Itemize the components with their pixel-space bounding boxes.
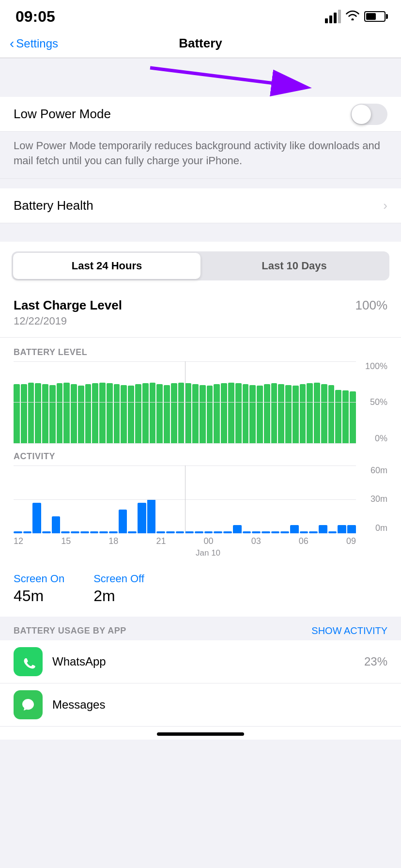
- bar-16: [121, 385, 127, 443]
- bar-31: [228, 383, 234, 443]
- battery-level-chart-section: BATTERY LEVEL: [0, 338, 401, 444]
- bar-14: [107, 383, 113, 443]
- act-20: [195, 531, 203, 533]
- activity-mid-divider: [185, 465, 185, 533]
- whatsapp-name: WhatsApp: [52, 655, 364, 668]
- bar-36: [264, 384, 270, 443]
- activity-bars-area: [14, 465, 356, 533]
- messages-icon: [14, 690, 43, 719]
- status-time: 09:05: [15, 8, 55, 26]
- low-power-mode-row[interactable]: Low Power Mode: [0, 97, 401, 132]
- bar-8: [63, 383, 70, 443]
- bar-12: [92, 383, 98, 443]
- show-activity-button[interactable]: SHOW ACTIVITY: [311, 625, 387, 636]
- home-bar: [157, 732, 244, 736]
- act-14: [138, 503, 146, 533]
- act-6: [61, 531, 70, 533]
- bar-39: [285, 385, 292, 443]
- segment-control[interactable]: Last 24 Hours Last 10 Days: [12, 251, 389, 280]
- annotation-area: [0, 58, 401, 97]
- bar-44: [321, 384, 327, 443]
- act-4: [42, 531, 51, 533]
- bar-20: [150, 383, 156, 443]
- battery-health-chevron-icon: ›: [383, 198, 387, 213]
- bar-38: [278, 384, 284, 443]
- battery-health-row[interactable]: Battery Health ›: [0, 188, 401, 223]
- nav-bar: ‹ Settings Battery: [0, 29, 401, 58]
- x-label-15: 15: [61, 536, 71, 546]
- act-3: [32, 503, 41, 533]
- bar-7: [57, 383, 63, 443]
- bar-37: [271, 383, 278, 443]
- act-27: [262, 531, 270, 533]
- charge-level-date: 12/22/2019: [14, 315, 122, 327]
- x-axis-sublabel-row: Jan 10: [0, 548, 401, 563]
- signal-bar-1: [325, 18, 328, 23]
- screen-off-value: 2m: [93, 587, 144, 605]
- low-power-mode-toggle[interactable]: [351, 104, 387, 125]
- wifi-icon: [346, 10, 359, 23]
- segment-control-container: Last 24 Hours Last 10 Days: [0, 242, 401, 288]
- svg-line-1: [150, 68, 305, 87]
- section-gap-1: [0, 179, 401, 188]
- home-indicator: [0, 727, 401, 740]
- activity-y-30m: 30m: [370, 494, 387, 504]
- bar-4: [35, 383, 41, 443]
- x-label-09: 09: [346, 536, 356, 546]
- back-label[interactable]: Settings: [16, 37, 58, 50]
- segment-24h-label: Last 24 Hours: [72, 260, 142, 272]
- battery-fill: [366, 13, 376, 20]
- screen-on-value: 45m: [14, 587, 64, 605]
- signal-bar-3: [334, 13, 337, 23]
- last-charge-level-section: Last Charge Level 12/22/2019 100%: [0, 288, 401, 338]
- act-11: [109, 531, 118, 533]
- act-8: [80, 531, 89, 533]
- bar-40: [293, 386, 299, 443]
- bar-47: [342, 390, 349, 443]
- app-row-whatsapp[interactable]: WhatsApp 23%: [0, 640, 401, 683]
- back-button[interactable]: ‹ Settings: [10, 36, 58, 51]
- act-33: [319, 525, 327, 533]
- x-label-00: 00: [204, 536, 214, 546]
- bar-42: [307, 383, 313, 443]
- bar-18: [135, 384, 141, 443]
- activity-chart: 60m 30m 0m: [14, 465, 387, 533]
- bar-30: [221, 383, 227, 443]
- bar-35: [257, 386, 263, 443]
- bar-27: [200, 385, 206, 443]
- battery-level-chart-label: BATTERY LEVEL: [14, 347, 387, 357]
- x-axis-inner: 12 15 18 21 00 03 06 09: [14, 536, 356, 546]
- battery-y-label-50: 50%: [370, 397, 387, 407]
- activity-chart-label: ACTIVITY: [14, 451, 387, 462]
- bar-21: [156, 384, 163, 443]
- act-32: [309, 531, 318, 533]
- act-5: [52, 516, 61, 533]
- signal-bar-2: [329, 16, 332, 23]
- x-label-18: 18: [108, 536, 118, 546]
- bar-22: [164, 385, 170, 443]
- section-gap-2: [0, 223, 401, 242]
- x-label-21: 21: [156, 536, 166, 546]
- battery-level-y-labels: 100% 50% 0%: [358, 361, 387, 444]
- segment-last-10-days[interactable]: Last 10 Days: [200, 253, 388, 279]
- segment-last-24-hours[interactable]: Last 24 Hours: [13, 253, 200, 279]
- charge-level-title: Last Charge Level: [14, 298, 122, 313]
- bar-11: [85, 384, 92, 443]
- bar-15: [114, 384, 120, 443]
- x-label-06: 06: [299, 536, 308, 546]
- battery-y-label-0: 0%: [375, 434, 387, 444]
- act-26: [252, 531, 261, 533]
- screen-off-label: Screen Off: [93, 573, 144, 585]
- act-30: [290, 525, 299, 533]
- toggle-knob: [352, 105, 371, 124]
- app-row-messages[interactable]: Messages: [0, 683, 401, 727]
- back-chevron-icon: ‹: [10, 36, 14, 51]
- bar-26: [192, 384, 199, 443]
- status-icons: [325, 10, 386, 23]
- messages-name: Messages: [52, 698, 387, 712]
- bar-19: [142, 383, 149, 443]
- bar-28: [207, 386, 213, 443]
- low-power-mode-description-block: Low Power Mode temporarily reduces backg…: [0, 132, 401, 179]
- bar-45: [328, 385, 335, 443]
- bar-23: [171, 383, 177, 443]
